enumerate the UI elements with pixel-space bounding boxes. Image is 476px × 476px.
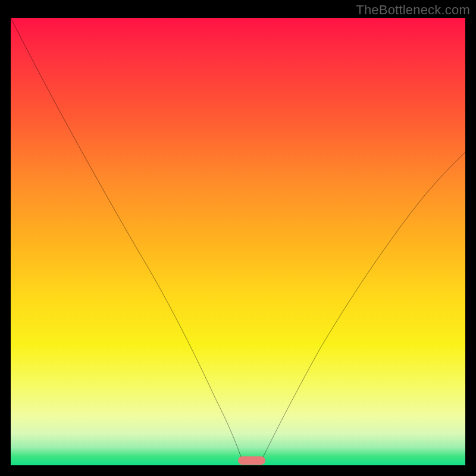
plot-area	[11, 18, 465, 465]
chart-frame: TheBottleneck.com	[0, 0, 476, 476]
watermark-label: TheBottleneck.com	[356, 2, 470, 18]
curve-overlay	[11, 18, 465, 465]
curve-left-branch	[11, 18, 243, 462]
optimal-marker	[238, 456, 265, 465]
curve-right-branch	[261, 152, 465, 462]
